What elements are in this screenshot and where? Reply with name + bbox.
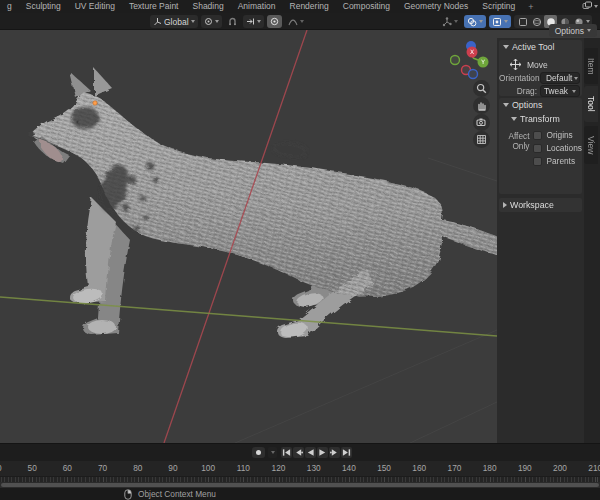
frame-labels: 4050607080901001101201301401501601701801… [0,463,600,473]
orientation-row: Orientation Default [499,72,582,84]
orientation-dropdown[interactable]: Default [540,72,580,84]
workspace-tab[interactable]: Rendering [283,0,336,13]
chevron-down-icon [511,117,517,121]
navigation-gizmo[interactable]: X Y [450,38,496,84]
wolf-ear [94,68,112,96]
camera-icon [476,117,487,128]
gizmo-minus-y-axis[interactable] [451,56,460,65]
object-origin-dot[interactable] [93,101,97,105]
toggle-xray-button[interactable] [516,15,529,28]
active-tool-row[interactable]: Move [509,58,548,71]
transform-orientation-dropdown[interactable]: Global [150,15,198,28]
frame-label: 110 [226,463,261,473]
right-mouse-button-icon [124,489,132,500]
jump-to-start-icon [282,448,291,457]
frame-label: 190 [507,463,542,473]
viewport-options-button[interactable]: Options [549,24,597,37]
transform-subsection-header[interactable]: Transform [507,112,560,125]
drag-dropdown[interactable]: Tweak [540,85,580,97]
jump-to-end-button[interactable] [341,447,352,458]
xray-icon [492,17,502,27]
workspace-tab[interactable]: Scripting [475,0,522,13]
previous-keyframe-button[interactable] [293,447,304,458]
workspace-tab[interactable]: Texture Paint [122,0,186,13]
checkbox[interactable] [533,144,542,153]
perspective-toggle-button[interactable] [473,131,490,148]
sidebar-tab-tool[interactable]: Tool [584,86,598,122]
active-tool-header[interactable]: Active Tool [499,40,582,53]
show-gizmos-dropdown[interactable] [439,15,461,28]
view-layer-selector[interactable] [582,1,598,11]
mouse-hint [124,489,132,500]
wolf-nose [28,131,34,137]
drag-value: Tweak [544,86,570,96]
options-label: Options [555,26,584,36]
play-icon [318,448,327,457]
playback-controls [281,447,352,458]
pan-button[interactable] [473,97,490,114]
wolf-model[interactable] [0,60,497,350]
chevron-down-icon [300,20,304,23]
viewport-canvas [0,30,497,443]
sync-dropdown[interactable] [268,447,277,458]
frame-label: 150 [366,463,401,473]
viewport-header-left: Global [150,14,307,29]
timeline-ruler[interactable]: 4050607080901001101201301401501601701801… [0,461,600,476]
blender-window: gSculptingUV EditingTexture PaintShading… [0,0,600,500]
auto-keying-button[interactable] [252,447,265,458]
show-overlays-dropdown[interactable] [464,15,486,28]
zoom-button[interactable] [473,80,490,97]
workspace-tab[interactable]: Compositing [336,0,397,13]
add-workspace-button[interactable]: + [522,2,539,12]
checkbox-label: Origins [546,130,572,140]
jump-to-start-button[interactable] [281,447,292,458]
affect-only-checkboxes: Origins Locations Parents [533,130,582,166]
jump-to-end-icon [342,448,351,457]
frame-label: 140 [331,463,366,473]
workspace-tab[interactable]: g [0,0,19,13]
workspace-title: Workspace [510,200,554,210]
frame-label: 40 [0,463,15,473]
sidebar-tab-item[interactable]: Item [584,48,598,84]
pivot-point-dropdown[interactable] [201,15,222,28]
workspace-tab[interactable]: Sculpting [19,0,68,13]
proportional-editing-toggle[interactable] [267,15,282,28]
zoom-icon [476,83,487,94]
camera-view-button[interactable] [473,114,490,131]
record-dot-icon [256,450,261,455]
options-section-header[interactable]: Options [499,98,582,111]
sidebar-tab-view[interactable]: View [584,126,598,164]
snap-magnet-toggle[interactable] [225,15,240,28]
sidebar-tab-strip: Item Tool View [584,38,600,443]
sidebar-panel: Active Tool Move Orientation Default [497,38,584,443]
gizmo-minus-z-axis[interactable] [469,70,478,79]
next-keyframe-button[interactable] [329,447,340,458]
shading-wireframe-button[interactable] [530,15,543,28]
frame-label: 130 [296,463,331,473]
chevron-down-icon [503,103,509,107]
workspace-tab[interactable]: Shading [186,0,231,13]
play-reverse-button[interactable] [305,447,316,458]
orientation-label: Orientation [499,73,537,83]
workspace-header[interactable]: Workspace [499,198,582,211]
move-tool-icon [509,58,522,71]
frame-label: 80 [120,463,155,473]
xray-dropdown[interactable] [489,15,511,28]
checkbox[interactable] [533,131,542,140]
play-button[interactable] [317,447,328,458]
frame-label: 180 [472,463,507,473]
falloff-curve-icon [288,17,298,26]
orientation-value: Global [164,17,189,27]
workspace-tab[interactable]: Geometry Nodes [397,0,475,13]
xray-box-icon [518,17,528,27]
workspace-tab[interactable]: Animation [231,0,283,13]
snap-with-dropdown[interactable] [243,15,264,28]
active-tool-block: Active Tool Move Orientation Default [499,40,582,96]
scrollbar-thumb[interactable] [1,483,599,487]
frame-label: 60 [50,463,85,473]
falloff-dropdown[interactable] [285,15,307,28]
frame-label: 160 [402,463,437,473]
workspace-tab[interactable]: UV Editing [68,0,122,13]
proportional-editing-icon [270,17,279,26]
checkbox[interactable] [533,157,542,166]
